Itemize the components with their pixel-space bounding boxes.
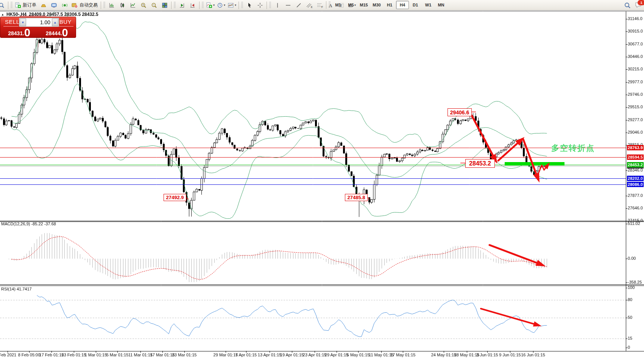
cursor-icon[interactable] [244, 1, 255, 10]
price-axis-label: 28346.0 [628, 168, 643, 172]
time-axis-label: 1 Mar 01:15 [85, 353, 107, 357]
macd-indicator-label: MACD(12,26,9) -85.22 -37.68 [1, 222, 56, 226]
deposit-gold-icon[interactable] [38, 1, 49, 10]
volume-decrease-button[interactable]: ▼ [20, 19, 26, 26]
price-annotation-label: 27492.9 [164, 194, 186, 201]
price-divider [38, 38, 39, 47]
horizontal-line-tool[interactable] [283, 1, 293, 10]
price-axis-label: 29977.0 [628, 80, 643, 84]
search-icon[interactable] [622, 1, 633, 10]
toolbar-grip[interactable] [269, 2, 271, 9]
price-axis-label: 27646.0 [628, 206, 643, 210]
time-axis-label: 17 Mar 01:15 [150, 353, 175, 357]
tf-m15[interactable]: M15 [357, 1, 370, 9]
volume-box: ▼ 1.00 ▲ [19, 18, 59, 27]
autotrade-label: 自动交易 [79, 2, 98, 8]
rsi-axis-label: 0 [628, 345, 630, 350]
chart-shift-icon[interactable] [187, 1, 198, 10]
time-axis-label: 23 Mar 01:15 [172, 353, 197, 357]
price-annotation-label: 28453.2 [465, 159, 495, 168]
toolbar-right-group: 1 [622, 1, 642, 10]
fibonacci-tool[interactable]: F [315, 1, 325, 10]
tile-windows-icon[interactable] [159, 1, 170, 10]
auto-scroll-icon[interactable] [177, 1, 187, 10]
sell-price-main: 28431 [8, 31, 23, 37]
volume-increase-button[interactable]: ▲ [52, 19, 58, 26]
timeframe-group: M1 M5 M15 M30 H1 H4 D1 W1 MN [325, 1, 448, 9]
candlestick-chart-icon[interactable] [117, 1, 128, 10]
toolbar-grip[interactable] [174, 2, 176, 9]
time-axis-label: 19 Apr 01:15 [280, 353, 304, 357]
tf-h1[interactable]: H1 [383, 1, 396, 9]
tf-m30[interactable]: M30 [370, 1, 383, 9]
one-click-prices-row: 28431.0 28444.0 [0, 27, 76, 38]
sell-price-button[interactable]: 28431.0 [0, 27, 38, 38]
crosshair-icon[interactable] [255, 1, 265, 10]
tf-mn[interactable]: MN [435, 1, 448, 9]
vertical-line-tool[interactable] [272, 1, 283, 10]
buy-price-button[interactable]: 28444.0 [38, 27, 76, 38]
time-axis-label: 28 May 01:15 [454, 353, 480, 357]
line-chart-icon[interactable] [128, 1, 138, 10]
svg-text:E: E [311, 6, 313, 8]
tf-m1[interactable]: M1 [332, 1, 345, 9]
toolbar-grip[interactable] [329, 2, 331, 8]
time-axis-label: 13 Apr 01:15 [258, 353, 281, 357]
new-order-label: 新订单 [22, 2, 37, 8]
time-axis-label: 8 Feb 05:00 [18, 353, 41, 357]
sell-price-pip: 0 [24, 28, 30, 37]
macd-axis-label: 0.00 [628, 256, 636, 261]
toolbar-grip[interactable] [103, 2, 105, 9]
macd-axis-label: -358.25 [628, 280, 642, 284]
time-axis-label: 7 Apr 01:15 [235, 353, 257, 357]
toolbar-grip[interactable] [202, 2, 204, 9]
time-axis-label: Feb 2021 [0, 353, 16, 357]
time-axis-label: 5 Mar 01:15 [106, 353, 129, 357]
zoom-out-icon[interactable] [149, 1, 159, 10]
new-order-button[interactable]: 新订单 [14, 1, 38, 10]
templates-button[interactable]: ▾ [226, 1, 237, 10]
price-axis-label: 27877.0 [628, 193, 643, 198]
price-level-badge: 28202.0 [627, 176, 644, 181]
volume-input[interactable]: 1.00 [27, 18, 51, 27]
price-axis-label: 29046.0 [628, 130, 643, 134]
sell-button[interactable]: SELL [5, 19, 20, 25]
bar-chart-icon[interactable] [106, 1, 117, 10]
tf-m5[interactable]: M5 [345, 1, 357, 9]
periods-button[interactable]: ▾ [216, 1, 226, 10]
toolbar-grip[interactable] [11, 2, 12, 9]
tf-w1[interactable]: W1 [422, 1, 435, 9]
tf-d1[interactable]: D1 [409, 1, 422, 9]
buy-button[interactable]: BUY [59, 19, 72, 25]
chevron-down-icon: ▾ [224, 4, 225, 7]
quick-search-icon[interactable] [0, 1, 7, 10]
chart-canvas[interactable] [0, 0, 644, 359]
toolbar-separator [326, 1, 326, 9]
main-toolbar: 新订单 自动交易 [0, 0, 644, 11]
chat-button[interactable]: 1 [635, 2, 642, 9]
toolbar-separator [101, 2, 101, 9]
price-axis-label: 29746.0 [628, 92, 643, 97]
price-axis-label: 30446.0 [628, 54, 643, 59]
zoom-in-icon[interactable] [138, 1, 149, 10]
signal-icon[interactable] [59, 1, 70, 10]
toolbar-grip[interactable] [241, 2, 243, 9]
sell-underline [3, 26, 19, 27]
add-indicator-button[interactable]: ▾ [205, 1, 216, 10]
one-click-buttons-row: SELL ▼ 1.00 ▲ BUY [0, 17, 76, 27]
expand-marker-icon[interactable]: ▲ [1, 13, 4, 16]
time-axis-label: 16 Jun 01:15 [521, 353, 545, 357]
toolbar-separator [267, 2, 267, 9]
trendline-tool[interactable] [293, 1, 304, 10]
price-level-badge: 28594.5 [627, 155, 644, 160]
price-level-badge: 28086.0 [627, 182, 644, 187]
terminal-icon[interactable] [49, 1, 59, 10]
tf-h4[interactable]: H4 [396, 1, 409, 9]
time-axis-label: 29 Mar 01:15 [214, 353, 238, 357]
price-axis-label: 31146.0 [628, 16, 642, 21]
autotrade-button[interactable]: 自动交易 [70, 1, 100, 10]
time-axis-label: 3 Jun 01:15 [476, 353, 498, 357]
price-axis-label: 29277.0 [628, 117, 643, 122]
equidistant-channel-tool[interactable]: E [304, 1, 315, 10]
svg-text:F: F [321, 6, 323, 8]
